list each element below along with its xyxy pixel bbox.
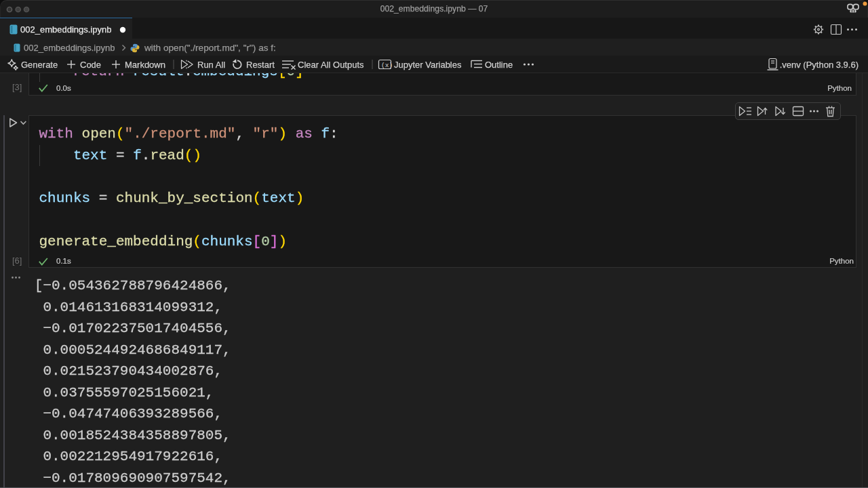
svg-text:(x): (x) bbox=[381, 62, 393, 69]
